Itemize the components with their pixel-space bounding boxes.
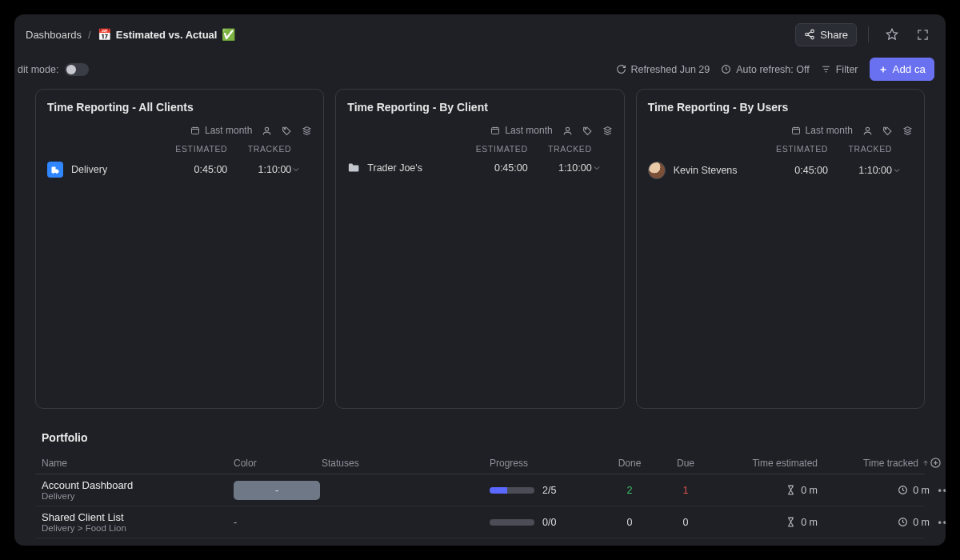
group-icon[interactable]: [302, 126, 312, 136]
user-filter-icon[interactable]: [262, 126, 272, 136]
table-row[interactable]: Shared Client List Delivery > Food Lion …: [35, 506, 925, 538]
calendar-icon: [791, 126, 801, 135]
col-tracked: TRACKED: [828, 144, 892, 154]
svg-point-10: [285, 128, 286, 130]
svg-rect-8: [191, 128, 198, 134]
card-title: Time Reporting - By Client: [347, 101, 612, 114]
chevron-down-icon: [892, 166, 902, 175]
share-button[interactable]: Share: [795, 23, 857, 46]
refresh-icon: [616, 64, 626, 74]
add-column-button[interactable]: [930, 457, 946, 469]
tag-filter-icon[interactable]: [282, 126, 292, 136]
favorite-button[interactable]: [880, 22, 904, 46]
expand-row[interactable]: [592, 163, 613, 173]
filter-button[interactable]: Filter: [821, 64, 858, 75]
cell-done: 2: [602, 485, 658, 496]
portfolio-title: Portfolio: [42, 431, 918, 444]
progress-bar: [490, 519, 534, 526]
row-tracked: 1:10:00: [227, 164, 291, 175]
sort-asc-icon: [922, 459, 930, 467]
user-filter-icon[interactable]: [562, 126, 573, 136]
folder-icon: [347, 162, 359, 174]
cell-time-tracked: 0 m: [818, 517, 930, 528]
edit-mode-toggle[interactable]: [65, 63, 89, 76]
row-estimated: 0:45:00: [464, 162, 528, 174]
card-by-users: Time Reporting - By Users Last month EST…: [636, 89, 925, 409]
breadcrumb-separator: /: [88, 29, 91, 41]
expand-row[interactable]: [892, 166, 913, 175]
period-picker[interactable]: Last month: [791, 125, 853, 136]
row-more-button[interactable]: •••: [930, 517, 946, 528]
col-estimated: ESTIMATED: [464, 144, 528, 154]
col-due[interactable]: Due: [658, 458, 714, 469]
portfolio-table: Name Color Statuses Progress Done Due Ti…: [35, 452, 925, 546]
svg-rect-14: [792, 128, 799, 134]
row-label: Delivery: [71, 164, 107, 175]
fullscreen-button[interactable]: [910, 22, 934, 46]
expand-row[interactable]: [291, 165, 312, 174]
share-label: Share: [820, 29, 848, 41]
period-picker[interactable]: Last month: [490, 125, 552, 136]
add-card-button[interactable]: Add ca: [870, 58, 935, 81]
svg-point-13: [585, 128, 586, 130]
col-done[interactable]: Done: [602, 458, 658, 469]
avatar: [648, 162, 666, 179]
group-icon[interactable]: [602, 126, 613, 136]
calendar-icon: [190, 126, 200, 135]
edit-mode: dit mode:: [18, 63, 89, 76]
row-tracked: 1:10:00: [528, 162, 592, 174]
user-filter-icon[interactable]: [862, 126, 873, 136]
cell-color: -: [234, 517, 322, 528]
cell-time-tracked: 0 m: [818, 485, 930, 496]
row-name: Account Dashboard Delivery: [42, 479, 234, 501]
separator: [868, 26, 869, 42]
color-chip[interactable]: -: [234, 481, 320, 500]
cell-progress: 2/5: [490, 485, 602, 496]
table-row[interactable]: Account Dashboard Delivery - 2/5 2 1 0 m…: [35, 474, 925, 506]
progress-text: 2/5: [542, 485, 556, 496]
table-row[interactable]: Trader Joe's 0:45:00 1:10:00: [347, 158, 612, 177]
col-color[interactable]: Color: [234, 458, 322, 469]
cell-due: 0: [658, 517, 714, 528]
breadcrumb-root[interactable]: Dashboards: [26, 29, 82, 41]
row-more-button[interactable]: •••: [930, 485, 946, 496]
refreshed-text: Refreshed Jun 29: [631, 64, 710, 75]
card-all-clients: Time Reporting - All Clients Last month …: [35, 89, 324, 409]
period-picker[interactable]: Last month: [190, 125, 252, 136]
svg-point-15: [866, 127, 869, 130]
col-name[interactable]: Name: [42, 458, 234, 469]
col-progress[interactable]: Progress: [490, 458, 602, 469]
col-statuses[interactable]: Statuses: [322, 458, 490, 469]
tag-filter-icon[interactable]: [882, 126, 893, 136]
cell-color: -: [234, 481, 322, 500]
col-time-estimated[interactable]: Time estimated: [714, 458, 818, 469]
col-estimated: ESTIMATED: [764, 144, 828, 154]
auto-refresh-toggle[interactable]: Auto refresh: Off: [721, 64, 809, 75]
check-icon: ✅: [222, 28, 235, 41]
row-label: Kevin Stevens: [674, 165, 738, 176]
hourglass-icon: [786, 485, 796, 495]
delivery-app-icon: [47, 162, 63, 178]
col-time-tracked-label: Time tracked: [863, 458, 918, 469]
card-toolbar: Last month: [47, 125, 312, 136]
svg-marker-3: [886, 29, 897, 39]
table-row[interactable]: Shared Client List Delivery > Giant Eagl…: [35, 538, 925, 546]
tag-filter-icon[interactable]: [582, 126, 593, 136]
edit-mode-label: dit mode:: [18, 64, 58, 75]
col-tracked: TRACKED: [528, 144, 592, 154]
svg-point-0: [811, 30, 814, 33]
breadcrumb: Dashboards / 📅 Estimated vs. Actual ✅: [26, 28, 235, 41]
table-row[interactable]: Delivery 0:45:00 1:10:00: [47, 158, 312, 181]
breadcrumb-current[interactable]: 📅 Estimated vs. Actual ✅: [98, 28, 236, 41]
cell-due: 1: [658, 485, 714, 496]
table-row[interactable]: Kevin Stevens 0:45:00 1:10:00: [648, 158, 913, 182]
card-toolbar: Last month: [347, 125, 612, 136]
col-time-tracked[interactable]: Time tracked: [818, 458, 930, 469]
refreshed-status[interactable]: Refreshed Jun 29: [616, 64, 710, 75]
row-label: Trader Joe's: [367, 162, 422, 174]
calendar-icon: [490, 126, 500, 135]
svg-point-9: [266, 127, 269, 130]
group-icon[interactable]: [902, 126, 913, 136]
table-header: ESTIMATED TRACKED: [47, 144, 312, 154]
card-toolbar: Last month: [648, 125, 913, 136]
